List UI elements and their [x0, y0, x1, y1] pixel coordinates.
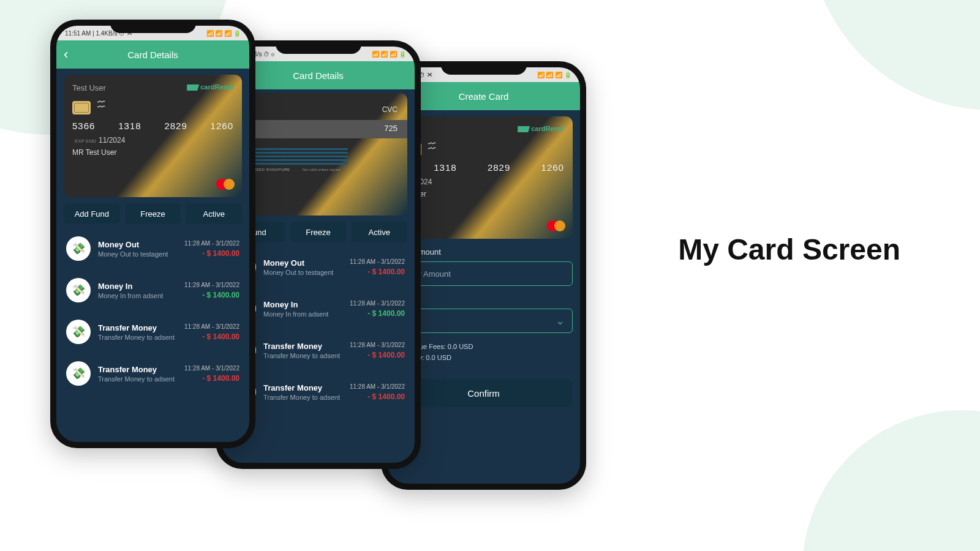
- bg-blob: [802, 410, 980, 551]
- nfc-icon: ⌇⌇: [95, 99, 107, 108]
- confirm-button[interactable]: Confirm: [394, 379, 573, 407]
- list-item[interactable]: 💸 Transfer MoneyTransfer Money to adsent…: [64, 353, 242, 394]
- page-title: My Card Screen: [678, 233, 900, 266]
- list-item[interactable]: 💸 Money OutMoney Out to testagent 11:28 …: [229, 246, 407, 288]
- tx-avatar-icon: 💸: [66, 361, 91, 386]
- transaction-list: 💸 Money OutMoney Out to testagent 11:28 …: [229, 246, 407, 413]
- mag-stripe: 725: [229, 120, 407, 138]
- tx-avatar-icon: 💸: [66, 278, 91, 302]
- wallet-select[interactable]: USD ⌄: [394, 309, 573, 333]
- freeze-button[interactable]: Freeze: [125, 203, 181, 224]
- action-row: Add Fund Freeze Active: [64, 203, 242, 224]
- app-bar-title: Create Card: [459, 91, 509, 102]
- card-expiry: 11/2024: [403, 178, 564, 186]
- status-right-icons: 📶 📶 📶 🔋: [537, 72, 571, 78]
- list-item[interactable]: 💸 Transfer MoneyTransfer Money to adsent…: [64, 311, 242, 353]
- nfc-icon: ⌇⌇: [426, 140, 437, 150]
- cvc-value: 725: [384, 124, 398, 133]
- status-right-icons: 📶 📶 📶 🔋: [372, 51, 406, 58]
- card-brand: cardRemit: [518, 125, 564, 132]
- card-number: 5366131828291260: [72, 121, 233, 131]
- status-right-icons: 📶 📶 📶 🔋: [206, 30, 241, 37]
- mastercard-icon: [216, 179, 235, 191]
- chevron-down-icon: ⌄: [556, 314, 565, 328]
- phone-card-details: 11:51 AM | 1.4KB/s ⏱ ✕ 📶 📶 📶 🔋 ‹ Card De…: [50, 20, 255, 448]
- mastercard-icon: [547, 220, 565, 233]
- chip-icon: [72, 101, 91, 114]
- back-icon[interactable]: ‹: [64, 48, 68, 61]
- bg-blob: [809, 0, 980, 110]
- card-brand: cardRemit: [187, 83, 233, 91]
- tx-avatar-icon: 💸: [66, 236, 91, 261]
- transaction-list: 💸 Money OutMoney Out to testagent 11:28 …: [64, 228, 242, 394]
- amount-label: Card Amount: [394, 247, 573, 257]
- freeze-button[interactable]: Freeze: [290, 222, 347, 242]
- card-holder: MR Test User: [72, 148, 233, 157]
- active-button[interactable]: Active: [186, 203, 242, 224]
- list-item[interactable]: 💸 Money InMoney In from adsent 11:28 AM …: [64, 269, 242, 311]
- status-left: 11:51 AM | 1.4KB/s ⏱ ✕: [65, 30, 133, 37]
- cvc-label: CVC: [382, 105, 398, 114]
- list-item[interactable]: 💸 Transfer MoneyTransfer Money to adsent…: [229, 329, 407, 371]
- add-fund-button[interactable]: Add Fund: [64, 203, 120, 224]
- active-button[interactable]: Active: [351, 222, 407, 242]
- tx-avatar-icon: 💸: [66, 320, 91, 344]
- list-item[interactable]: 💸 Money OutMoney Out to testagent 11:28 …: [64, 228, 242, 269]
- card-number: 131828291260: [403, 162, 564, 173]
- list-item[interactable]: 💸 Money InMoney In from adsent 11:28 AM …: [229, 288, 407, 329]
- virtual-card: cardRemit Test User ⌇⌇ 5366131828291260 …: [64, 75, 242, 197]
- virtual-card-back: CVC 725 AUTHORISED SIGNATURE Not valid u…: [229, 93, 407, 216]
- fee-info: Card Issue Fees: 0.0 USD Total Pay: 0.0 …: [394, 342, 573, 363]
- card-expiry: EXP END11/2024: [72, 136, 233, 144]
- app-bar: ‹ Card Details: [56, 40, 249, 69]
- not-valid-label: Not valid unless signed: [303, 168, 341, 171]
- card-holder: st User: [403, 190, 564, 198]
- wallet-label: Wallet: [394, 294, 573, 304]
- action-row: Fund Freeze Active: [229, 222, 407, 242]
- app-bar-title: Card Details: [127, 50, 178, 60]
- amount-input[interactable]: Enter Amount: [394, 261, 573, 286]
- status-bar: 11:51 AM | 1.4KB/s ⏱ ✕ 📶 📶 📶 🔋: [56, 26, 249, 40]
- list-item[interactable]: 💸 Transfer MoneyTransfer Money to adsent…: [229, 371, 407, 413]
- virtual-card: cardRemit ser ⌇⌇ 131828291260 11/2024 st…: [394, 116, 573, 239]
- app-bar-title: Card Details: [293, 70, 344, 81]
